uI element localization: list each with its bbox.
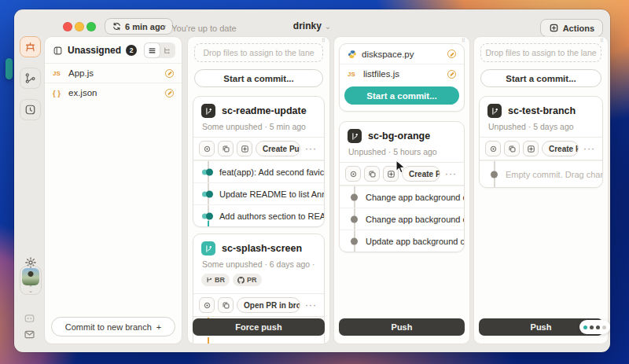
lane-drag-handle[interactable]: ⠿ — [600, 38, 605, 44]
empty-commit-icon — [491, 171, 498, 178]
copy-button[interactable] — [504, 141, 520, 156]
project-switcher[interactable]: drinky ⌄ — [293, 20, 331, 31]
commit-row[interactable]: Add authors section to README file — [193, 204, 324, 226]
remote-branch-icon — [201, 241, 215, 256]
commit-row-partial — [193, 342, 324, 344]
more-icon[interactable]: ··· — [303, 300, 318, 311]
more-icon[interactable]: ··· — [582, 143, 597, 154]
chat-icon — [24, 313, 35, 325]
commit-row[interactable]: Update app background color t... — [340, 230, 464, 252]
lane-3-start-commit-button[interactable]: Start a commit... — [480, 69, 601, 87]
feedback-button[interactable] — [24, 329, 35, 340]
minimize-window-button[interactable] — [75, 22, 84, 31]
copy-button[interactable] — [364, 166, 380, 182]
create-pull-request-button[interactable]: Create Pull Req... — [542, 141, 579, 156]
branch-name[interactable]: sc-test-branch — [508, 105, 576, 116]
desktop: 6 min ago ✓ You're up to date drinky ⌄ A… — [0, 0, 629, 364]
review-button[interactable] — [485, 141, 501, 156]
sidebar-item-workspace[interactable] — [20, 36, 41, 57]
branch-name[interactable]: sc-readme-update — [222, 105, 307, 116]
branch-name[interactable]: sc-bg-orange — [368, 131, 430, 142]
local-commit-icon — [351, 237, 358, 245]
list-view-button[interactable] — [145, 43, 160, 57]
assigned-files-card: diskspace.py JS listfiles.js Start a com… — [339, 43, 465, 112]
file-row-diskspace[interactable]: diskspace.py — [340, 44, 464, 64]
unassigned-icon — [53, 46, 63, 56]
create-pull-request-button[interactable]: Create Pull Req... — [402, 166, 440, 182]
json-file-icon: { } — [53, 89, 64, 97]
commit-to-new-branch-button[interactable]: Commit to new branch + — [51, 317, 175, 336]
file-name: ex.json — [68, 88, 97, 97]
gitbutler-window: 6 min ago ✓ You're up to date drinky ⌄ A… — [14, 9, 610, 352]
copy-button[interactable] — [218, 297, 234, 313]
pr-button-label: Create Pull Req... — [549, 145, 579, 153]
open-pr-in-browser-button[interactable]: Open PR in browser ↗ — [237, 297, 300, 313]
branch-meta: Some unpushed · 6 days ago · — [202, 259, 316, 269]
sidebar-item-branches[interactable] — [20, 68, 41, 89]
branches-icon — [24, 72, 36, 84]
lane-1-dropzone[interactable]: Drop files to assign to the lane — [194, 43, 323, 62]
lane-peek-tab[interactable] — [6, 58, 13, 79]
commit-row-hovered[interactable]: Change app background c... ··· — [340, 186, 464, 208]
file-row-appjs[interactable]: JS App.js — [45, 63, 182, 83]
commit-row[interactable]: Change app background color t... — [340, 208, 464, 230]
actions-button[interactable]: Actions — [540, 19, 603, 37]
empty-commit-row[interactable]: Empty commit. Drag changes h... — [480, 160, 602, 187]
create-pull-request-button[interactable]: Create Pull Request — [256, 141, 300, 156]
branch-toolbar: Create Pull Request ··· — [193, 137, 324, 160]
lane-2-start-commit-button[interactable]: Start a commit... — [344, 86, 459, 105]
lane-drag-handle[interactable]: ⠿ — [322, 38, 326, 44]
pr-button-label: Open PR in browser — [244, 301, 300, 310]
commit-row[interactable]: Update README to list Anne as pr... — [193, 182, 324, 204]
zoom-window-button[interactable] — [86, 22, 96, 31]
file-row-listfiles[interactable]: JS listfiles.js — [340, 64, 464, 83]
sync-status: ✓ You're up to date — [160, 23, 237, 33]
review-button[interactable] — [345, 166, 361, 182]
lane-pagination[interactable] — [579, 320, 610, 334]
commit-to-new-branch-label: Commit to new branch — [65, 322, 152, 332]
add-dependent-branch-button[interactable] — [237, 141, 252, 156]
branch-toolbar: Open PR in browser ↗ ··· — [193, 293, 324, 317]
workspace-icon — [24, 41, 36, 53]
lane-1-start-commit-button[interactable]: Start a commit... — [194, 69, 323, 87]
lane-3-dropzone[interactable]: Drop files to assign to the lane — [480, 43, 601, 62]
commit-message: Change app background c... — [366, 193, 464, 202]
review-button[interactable] — [199, 141, 215, 156]
unassigned-panel: Unassigned 2 — [44, 36, 182, 344]
commit-row[interactable]: feat(app): Add second favicon to ... — [193, 160, 324, 182]
add-dependent-branch-button[interactable] — [523, 141, 539, 156]
page-dot-active[interactable] — [583, 325, 587, 329]
js-file-icon: JS — [348, 71, 359, 78]
page-dot[interactable] — [602, 325, 606, 329]
close-window-button[interactable] — [63, 22, 72, 31]
branch-meta: Unpushed · 5 days ago — [488, 122, 594, 131]
file-row-exjson[interactable]: { } ex.json — [45, 83, 182, 102]
lane-drag-handle[interactable]: ⠿ — [462, 38, 466, 44]
tree-view-button[interactable] — [160, 43, 175, 57]
commit-message: Change app background color t... — [366, 215, 464, 224]
copy-button[interactable] — [218, 141, 234, 156]
mail-icon — [24, 329, 35, 340]
more-icon[interactable]: ··· — [443, 168, 458, 179]
file-name: diskspace.py — [362, 50, 414, 59]
chat-button[interactable] — [24, 313, 35, 325]
push-button-label: Push — [392, 322, 413, 332]
push-button[interactable]: Push — [339, 318, 465, 336]
force-push-button[interactable]: Force push — [193, 318, 325, 336]
account-switcher[interactable]: ⌃⌄ — [20, 266, 42, 295]
branch-tag[interactable]: BR — [201, 274, 230, 286]
commit-message: Empty commit. Drag changes h... — [506, 170, 602, 179]
sidebar-item-history[interactable] — [20, 99, 41, 120]
page-dot[interactable] — [590, 325, 594, 329]
pr-tag[interactable]: PR — [233, 274, 262, 286]
more-icon[interactable]: ··· — [303, 143, 318, 154]
sync-time-label: 6 min ago — [125, 22, 165, 31]
start-commit-label: Start a commit... — [223, 74, 293, 83]
branch-name[interactable]: sc-splash-screen — [222, 243, 302, 254]
python-file-icon — [348, 50, 357, 59]
review-button[interactable] — [199, 297, 215, 313]
check-icon: ✓ — [160, 23, 167, 33]
page-dot[interactable] — [596, 325, 600, 329]
lane-1: ⠿ Drop files to assign to the lane Start… — [187, 36, 330, 344]
modified-status-icon — [165, 89, 174, 97]
